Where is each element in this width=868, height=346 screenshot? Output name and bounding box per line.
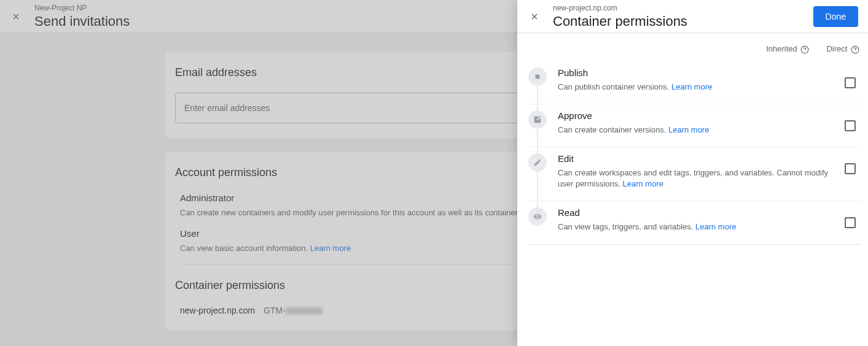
perm-publish-row: Publish Can publish container versions. … <box>528 61 861 104</box>
perm-title: Edit <box>558 153 845 164</box>
perm-desc: Can publish container versions. Learn mo… <box>558 82 845 93</box>
read-checkbox[interactable] <box>845 217 856 228</box>
edit-icon <box>528 153 547 172</box>
bg-subtitle: New-Project NP <box>34 3 130 13</box>
help-icon[interactable] <box>800 45 809 54</box>
edit-checkbox[interactable] <box>845 163 856 174</box>
direct-header: Direct <box>826 44 859 54</box>
done-button[interactable]: Done <box>813 6 858 27</box>
perm-title: Approve <box>558 110 845 121</box>
perm-read-row: Read Can view tags, triggers, and variab… <box>528 201 861 244</box>
container-domain: new-project.np.com <box>180 306 255 315</box>
svg-rect-2 <box>536 74 540 79</box>
perm-edit-row: Edit Can create workspaces and edit tags… <box>528 147 861 201</box>
perm-desc: Can create container versions. Learn mor… <box>558 125 845 136</box>
learn-more-link[interactable]: Learn more <box>671 82 712 91</box>
panel-title: Container permissions <box>553 13 813 29</box>
read-icon <box>528 207 547 226</box>
approve-icon <box>528 110 547 129</box>
panel-header: new-project.np.com Container permissions… <box>517 0 868 33</box>
perm-title: Read <box>558 207 845 218</box>
learn-more-link[interactable]: Learn more <box>622 179 663 188</box>
publish-checkbox[interactable] <box>845 77 856 88</box>
approve-checkbox[interactable] <box>845 120 856 131</box>
perm-approve-row: Approve Can create container versions. L… <box>528 104 861 147</box>
learn-more-link[interactable]: Learn more <box>695 222 736 231</box>
gtm-id: GTM- <box>264 306 323 315</box>
close-icon[interactable] <box>527 9 542 24</box>
publish-icon <box>528 67 547 86</box>
bg-title: Send invitations <box>34 13 130 29</box>
perm-desc: Can view tags, triggers, and variables. … <box>558 221 845 233</box>
help-icon[interactable] <box>851 45 859 54</box>
learn-more-link[interactable]: Learn more <box>310 244 351 253</box>
container-permissions-panel: new-project.np.com Container permissions… <box>517 0 868 346</box>
panel-subtitle: new-project.np.com <box>553 3 813 13</box>
inherited-header: Inherited <box>766 44 809 54</box>
learn-more-link[interactable]: Learn more <box>668 125 709 134</box>
column-headers: Inherited Direct <box>528 44 861 54</box>
perm-title: Publish <box>558 67 845 78</box>
close-icon[interactable] <box>9 9 23 24</box>
perm-desc: Can create workspaces and edit tags, tri… <box>558 167 845 190</box>
